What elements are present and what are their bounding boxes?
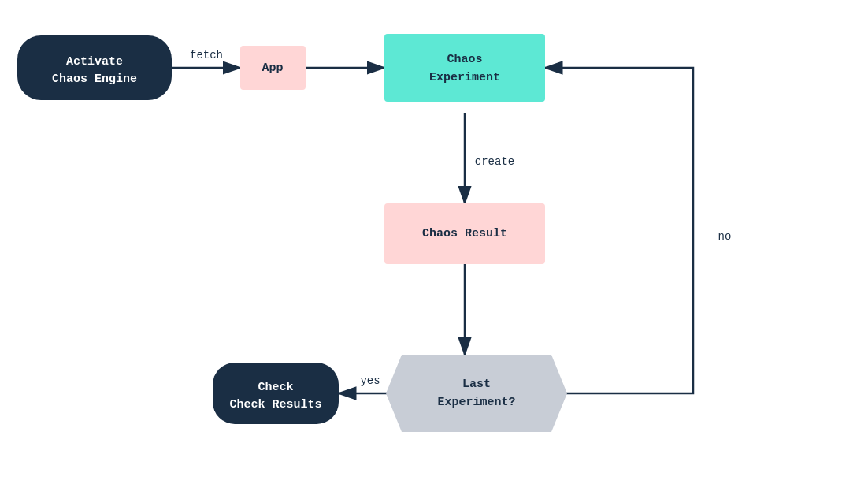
last-experiment-label1: Last [462,378,491,391]
last-experiment-node [386,355,567,432]
fetch-label: fetch [190,49,223,61]
create-label: create [475,155,514,168]
yes-label: yes [360,374,380,387]
chaos-experiment-node [384,34,545,102]
flow-diagram: fetch create yes no Activate Chaos Engin… [0,0,868,484]
check-results-label1: Check [258,381,293,394]
activate-label-line2: Chaos Engine [52,73,137,86]
chaos-experiment-label1: Chaos [447,53,482,66]
app-label: App [262,61,283,75]
check-results-label2: Check Results [229,398,321,411]
last-experiment-label2: Experiment? [437,396,515,409]
activate-label-line1: Activate [66,55,123,69]
chaos-result-label: Chaos Result [422,227,507,240]
no-label: no [718,230,732,243]
chaos-experiment-label2: Experiment [429,71,500,84]
